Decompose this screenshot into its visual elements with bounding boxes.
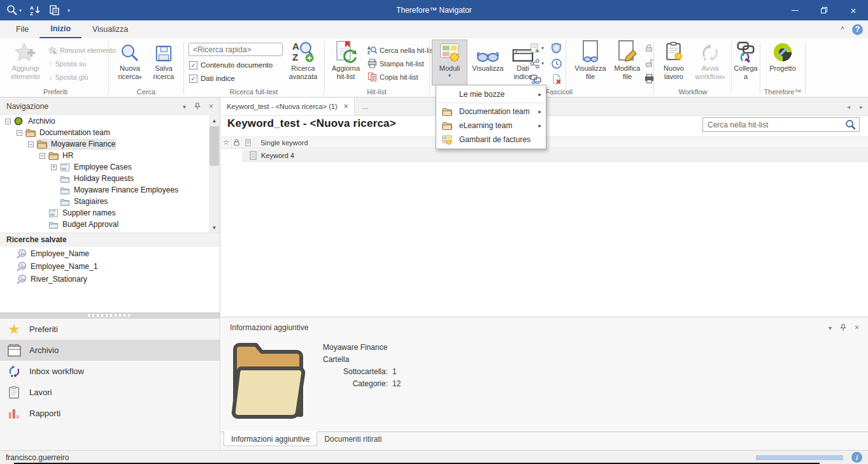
close-button[interactable]: × xyxy=(839,0,868,20)
restore-button[interactable] xyxy=(809,0,839,20)
add-item-button[interactable]: Aggiungi elemento xyxy=(5,40,46,81)
menu-item-documentation-team[interactable]: Documentation team ▸ xyxy=(436,105,546,119)
sidebar-item-rapporti[interactable]: Rapporti xyxy=(0,403,220,424)
tree-item-moyaware-finance[interactable]: − Moyaware Finance xyxy=(0,138,220,150)
copy-hitlist-button[interactable]: Copia hit-list xyxy=(367,70,435,83)
checkout-unlock-button[interactable] xyxy=(644,57,654,69)
search-hitlist-button[interactable]: AZ Cerca nella hit-list xyxy=(367,43,435,57)
tree-scrollbar[interactable]: ▲ ▼ xyxy=(209,115,220,233)
tree-item-budget-approval[interactable]: Budget Approval xyxy=(0,219,220,230)
refresh-hitlist-button[interactable]: Aggiorna hit-list xyxy=(327,40,364,81)
refresh-hitlist-icon xyxy=(334,40,357,64)
tree-item-archivio[interactable]: − Archivio xyxy=(0,115,220,127)
saved-search-river-stationary[interactable]: River_Stationary xyxy=(0,273,220,285)
search-icon[interactable] xyxy=(845,119,856,130)
archive-icon xyxy=(6,344,22,357)
quick-search-input[interactable] xyxy=(189,43,283,56)
minimize-button[interactable] xyxy=(780,0,809,20)
checkin-lock-button[interactable] xyxy=(644,42,654,54)
edit-file-button[interactable]: Modifica file xyxy=(610,40,644,81)
panel-dropdown-icon[interactable]: ▾ xyxy=(829,324,832,331)
save-search-button[interactable]: Salva ricerca xyxy=(148,40,179,81)
collapse-expander-icon[interactable]: − xyxy=(5,119,11,124)
edit-file-icon xyxy=(617,40,637,64)
tab-documenti-ritirati[interactable]: Documenti ritirati xyxy=(317,432,388,446)
ribbon-collapse-icon[interactable]: ^ xyxy=(841,25,844,34)
clock-icon xyxy=(551,59,562,69)
move-down-button[interactable]: ↓ Sposta giù xyxy=(48,70,116,83)
tree-item-moyaware-finance-employees[interactable]: Moyaware Finance Employees xyxy=(0,184,220,196)
saved-search-employee-name-1[interactable]: Employee_Name_1 xyxy=(0,261,220,272)
lock-icon[interactable] xyxy=(232,137,242,148)
export-document-button[interactable]: ▾ xyxy=(530,42,544,54)
share-button[interactable]: ▾ xyxy=(530,57,544,69)
checkbox-checked-icon[interactable]: ✓ xyxy=(189,75,197,83)
pin-icon[interactable] xyxy=(840,324,846,331)
menu-item-gambarit-de-factures[interactable]: Gambarit de factures xyxy=(436,133,546,147)
index-checkbox-row[interactable]: ✓ Dati indice xyxy=(189,72,235,85)
collapse-expander-icon[interactable]: − xyxy=(28,141,34,147)
remove-item-button[interactable]: Rimuovi elemento xyxy=(48,43,116,57)
chevron-down-icon: ▾ xyxy=(448,73,451,79)
print-file-button[interactable] xyxy=(644,73,654,85)
tab-inizio[interactable]: Inizio xyxy=(39,20,82,38)
tree-item-holiday-requests[interactable]: Holiday Requests xyxy=(0,173,220,184)
panel-splitter[interactable] xyxy=(0,312,220,319)
tab-overflow[interactable]: ... xyxy=(355,98,376,115)
info-icon[interactable]: i xyxy=(851,452,862,463)
content-checkbox-row[interactable]: ✓ Contenuto documento xyxy=(189,59,273,71)
column-header-single-keyword[interactable]: Single keyword xyxy=(255,139,308,147)
scroll-down-icon[interactable]: ▼ xyxy=(209,222,220,233)
tree-item-employee-cases[interactable]: + Employee Cases xyxy=(0,161,220,173)
collapse-expander-icon[interactable]: − xyxy=(17,130,22,136)
new-task-button[interactable]: Nuovo lavoro xyxy=(657,40,690,81)
sidebar-item-archivio[interactable]: Archivio xyxy=(0,340,220,361)
view-file-button[interactable]: Visualizza file xyxy=(572,40,609,81)
tab-back-icon[interactable]: ◂ xyxy=(847,103,850,110)
advanced-search-button[interactable]: AZ Ricerca avanzata xyxy=(285,40,322,81)
scroll-up-icon[interactable]: ▲ xyxy=(209,115,220,126)
folder-icon xyxy=(440,122,454,130)
start-workflow-button[interactable]: Avvia workflow▾ xyxy=(692,40,729,81)
tree-item-supplier-names[interactable]: Supplier names xyxy=(0,207,220,219)
hitlist-search-input[interactable] xyxy=(703,120,845,129)
saved-search-employee-name[interactable]: Employee_Name xyxy=(0,248,220,259)
menu-item-le-mie-bozze[interactable]: Le mie bozze ▸ xyxy=(436,87,546,101)
panel-dropdown-icon[interactable]: ▾ xyxy=(183,103,186,110)
pin-icon[interactable] xyxy=(194,103,201,110)
shield-button[interactable] xyxy=(551,42,562,54)
expand-expander-icon[interactable]: + xyxy=(51,164,57,170)
hitlist-row[interactable]: Keyword 4 xyxy=(221,149,868,162)
checkbox-checked-icon[interactable]: ✓ xyxy=(189,61,197,69)
help-icon[interactable]: ? xyxy=(852,24,863,35)
tree-item-hr[interactable]: − HR xyxy=(0,150,220,161)
document-column-icon[interactable] xyxy=(242,137,255,148)
collapse-expander-icon[interactable]: − xyxy=(39,153,45,159)
panel-close-icon[interactable]: × xyxy=(209,102,213,111)
print-hitlist-button[interactable]: Stampa hit-list xyxy=(367,57,435,70)
tab-close-icon[interactable]: × xyxy=(344,102,348,111)
project-button[interactable]: Progetto xyxy=(764,40,802,73)
tab-visualizza[interactable]: Visualizza xyxy=(82,20,139,38)
moduli-button[interactable]: Moduli ▾ xyxy=(432,40,467,85)
linked-view-button[interactable] xyxy=(530,73,544,85)
tab-file[interactable]: File xyxy=(5,20,39,38)
document-tab-keyword-test[interactable]: Keyword_test - <Nuova ricerca> (1) × xyxy=(221,98,355,115)
tree-item-stagiaires[interactable]: Stagiaires xyxy=(0,196,220,207)
tab-forward-icon[interactable]: ▸ xyxy=(860,103,863,110)
link-to-button[interactable]: Collega a xyxy=(734,40,758,81)
new-search-button[interactable]: Nuova ricerca▾ xyxy=(113,40,147,81)
view-button[interactable]: Visualizza xyxy=(470,40,506,73)
sidebar-item-inbox-workflow[interactable]: Inbox workflow xyxy=(0,361,220,382)
move-up-button[interactable]: ↑ Sposta su xyxy=(48,57,116,70)
clock-button[interactable] xyxy=(551,57,562,69)
sidebar-item-preferiti[interactable]: ★ Preferiti xyxy=(0,319,220,340)
menu-item-elearning-team[interactable]: eLearning team ▸ xyxy=(436,119,546,133)
star-outline-icon[interactable]: ☆ xyxy=(221,137,232,148)
delete-document-button[interactable] xyxy=(551,73,562,85)
sidebar-item-lavori[interactable]: Lavori xyxy=(0,382,220,403)
panel-close-icon[interactable]: × xyxy=(855,323,859,332)
tree-item-documentation-team[interactable]: − Documentation team xyxy=(0,127,220,138)
tab-informazioni-aggiuntive[interactable]: Informazioni aggiuntive xyxy=(224,431,317,446)
scrollbar-thumb[interactable] xyxy=(210,126,219,166)
